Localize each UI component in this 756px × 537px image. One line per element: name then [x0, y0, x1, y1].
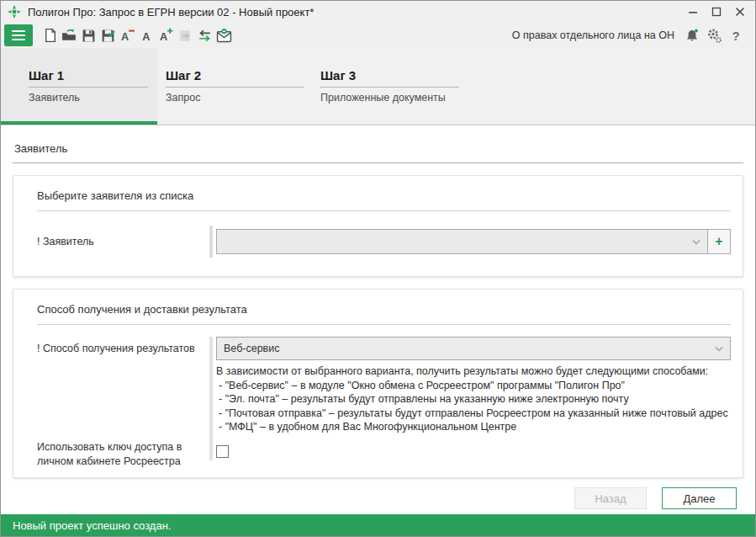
- applicant-card: Выберите заявителя из списка ! Заявитель…: [13, 175, 743, 277]
- svg-text:А: А: [121, 31, 129, 43]
- window-controls: [681, 3, 755, 21]
- document-export-disabled-icon: [178, 29, 193, 43]
- hamburger-icon: [12, 30, 25, 32]
- statusbar: Новый проект успешно создан.: [1, 514, 755, 536]
- card-divider: [37, 324, 731, 325]
- delivery-form: ! Способ получения результатов Использов…: [25, 337, 731, 464]
- column-separator: [209, 337, 213, 460]
- step-tabs: Шаг 1 Заявитель Шаг 2 Запрос Шаг 3 Прило…: [1, 48, 755, 125]
- applicant-field-label: ! Заявитель: [25, 236, 209, 247]
- add-record-button[interactable]: А: [156, 25, 176, 45]
- method-info-text: В зависимости от выбранного варианта, по…: [216, 364, 731, 434]
- notifications-button[interactable]: [683, 26, 701, 45]
- info-item: - "Эл. почта" – результаты будут отправл…: [216, 392, 731, 407]
- status-message: Новый проект успешно создан.: [13, 519, 171, 532]
- close-button[interactable]: [728, 3, 752, 21]
- delivery-controls: Веб-сервис В зависимости от выбранного в…: [216, 337, 731, 460]
- chevron-down-icon: [715, 343, 723, 354]
- tab-step-3[interactable]: Шаг 3 Приложенные документы: [312, 48, 755, 125]
- close-icon: [735, 7, 745, 17]
- applicant-card-title: Выберите заявителя из списка: [37, 189, 731, 202]
- letter-a-plus-icon: А: [159, 28, 174, 43]
- floppy-edit-icon: [101, 29, 115, 43]
- applicant-field-row: ! Заявитель +: [25, 226, 731, 258]
- delivery-card: Способ получения и доставки результата !…: [13, 289, 743, 478]
- menu-button[interactable]: [4, 24, 33, 46]
- wizard-footer: Назад Далее: [574, 487, 737, 509]
- tab-step-1[interactable]: Шаг 1 Заявитель: [1, 48, 157, 125]
- method-select[interactable]: Веб-сервис: [216, 337, 731, 360]
- open-folder-icon: [61, 28, 77, 43]
- toolbar-right: О правах отдельного лица на ОН ?: [512, 26, 755, 45]
- app-compass-icon: [8, 5, 21, 19]
- tab-step-2[interactable]: Шаг 2 Запрос: [157, 48, 312, 125]
- add-applicant-button[interactable]: +: [707, 229, 731, 254]
- step-label: Приложенные документы: [320, 92, 755, 104]
- app-window: Полигон Про: Запрос в ЕГРН версии 02 - Н…: [0, 0, 756, 537]
- info-item: - "МФЦ" – в удобном для Вас Многофункцио…: [216, 420, 731, 434]
- svg-text:А: А: [142, 31, 150, 43]
- letter-a-icon: А: [140, 28, 155, 43]
- column-separator: [209, 226, 213, 258]
- bell-icon: [685, 28, 700, 43]
- document-type-label: О правах отдельного лица на ОН: [512, 29, 674, 41]
- send-mail-button[interactable]: [214, 25, 234, 45]
- svg-text:А: А: [160, 31, 167, 43]
- applicant-combobox[interactable]: [216, 229, 708, 254]
- method-label: ! Способ получения результатов: [37, 343, 195, 354]
- step-number: Шаг 3: [320, 68, 459, 88]
- chevron-down-icon: [692, 236, 700, 247]
- info-item: - "Почтовая отправка" – результаты будут…: [216, 407, 731, 421]
- next-button[interactable]: Далее: [662, 487, 737, 509]
- envelope-icon: [216, 28, 232, 43]
- info-intro: В зависимости от выбранного варианта, по…: [216, 364, 731, 379]
- step-number: Шаг 2: [166, 68, 304, 88]
- record-button[interactable]: А: [137, 25, 156, 45]
- card-divider: [37, 210, 731, 211]
- window-title: Полигон Про: Запрос в ЕГРН версии 02 - Н…: [28, 6, 314, 19]
- plus-icon: +: [715, 234, 722, 249]
- page-section-title: Заявитель: [13, 137, 743, 163]
- step-content: Заявитель Выберите заявителя из списка !…: [1, 125, 755, 514]
- gear-icon: [706, 28, 722, 44]
- help-button[interactable]: ?: [727, 26, 745, 45]
- letter-a-minus-icon: А: [120, 28, 135, 43]
- titlebar: Полигон Про: Запрос в ЕГРН версии 02 - Н…: [1, 1, 755, 23]
- new-document-icon: [43, 28, 57, 43]
- step-label: Заявитель: [29, 92, 157, 104]
- maximize-button[interactable]: [705, 3, 728, 21]
- save-button[interactable]: [79, 25, 98, 45]
- remove-record-button[interactable]: А: [118, 25, 137, 45]
- question-icon: ?: [732, 29, 739, 43]
- floppy-save-icon: [82, 29, 96, 43]
- access-key-label: Использовать ключ доступа в личном кабин…: [37, 440, 195, 469]
- exchange-button[interactable]: [195, 25, 214, 45]
- minimize-button[interactable]: [681, 3, 705, 21]
- maximize-icon: [711, 7, 722, 17]
- back-button[interactable]: Назад: [574, 487, 647, 509]
- delivery-card-title: Способ получения и доставки результата: [37, 303, 731, 316]
- method-select-value: Веб-сервис: [224, 343, 280, 354]
- access-key-checkbox[interactable]: [216, 445, 229, 458]
- settings-button[interactable]: [705, 26, 723, 45]
- exchange-arrows-icon: [197, 29, 213, 43]
- step-label: Запрос: [166, 92, 312, 104]
- step-number: Шаг 1: [29, 68, 148, 88]
- toolbar: А А А: [1, 23, 755, 48]
- info-item: - "Веб-сервис" – в модуле "Окно обмена с…: [216, 379, 731, 393]
- minimize-icon: [688, 7, 698, 17]
- new-project-button[interactable]: [40, 25, 60, 45]
- save-as-button[interactable]: [98, 25, 118, 45]
- export-xml-button[interactable]: [176, 25, 195, 45]
- open-project-button[interactable]: [60, 25, 79, 45]
